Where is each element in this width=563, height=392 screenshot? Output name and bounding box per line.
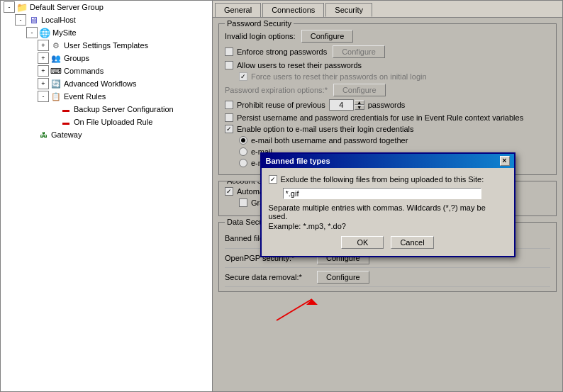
tree-item-on-file-uploaded[interactable]: ▬ On File Uploaded Rule	[1, 116, 212, 128]
modal-overlay: Banned file types × Exclude the followin…	[213, 18, 562, 391]
group-icon: 👥	[50, 52, 62, 64]
expander-workflows[interactable]: +	[38, 78, 49, 89]
file-input-row	[283, 188, 507, 199]
panel-content: Password Security Invalid login options:…	[213, 18, 562, 391]
tree-item-mysite[interactable]: - 🌐 MySite	[1, 26, 212, 39]
modal-cancel-btn[interactable]: Cancel	[391, 236, 433, 249]
help-text: Separate multiple entries with commas. W…	[269, 203, 507, 220]
tree-item-event-rules[interactable]: - 📋 Event Rules	[1, 90, 212, 103]
tab-security[interactable]: Security	[325, 3, 372, 17]
expander-groups[interactable]: +	[38, 52, 49, 64]
tab-bar: General Connections Security	[213, 1, 562, 18]
backup-icon: ▬	[60, 103, 72, 115]
expander-localhost[interactable]: -	[15, 14, 26, 26]
rules-icon: 📋	[50, 91, 62, 102]
tree-item-advanced-workflows[interactable]: + 🔄 Advanced Workflows	[1, 77, 212, 90]
tree-panel: - 📁 Default Server Group - 🖥 LocalHost -…	[0, 0, 213, 392]
tree-item-default-server-group[interactable]: - 📁 Default Server Group	[1, 1, 212, 13]
modal-checkbox-row: Exclude the following files from being u…	[269, 175, 507, 184]
modal-titlebar: Banned file types ×	[262, 154, 514, 168]
tab-general[interactable]: General	[215, 3, 261, 17]
expander-user-settings[interactable]: +	[38, 40, 49, 51]
server-icon: 🖥	[28, 14, 39, 26]
upload-icon: ▬	[60, 116, 72, 128]
modal-body: Exclude the following files from being u…	[262, 168, 514, 256]
settings-icon: ⚙	[50, 40, 62, 51]
modal-checkbox-label: Exclude the following files from being u…	[281, 175, 484, 184]
expander-event-rules[interactable]: -	[38, 91, 49, 102]
cmd-icon: ⌨	[50, 65, 62, 77]
expander-commands[interactable]: +	[38, 65, 49, 77]
folder-icon: 📁	[16, 1, 28, 13]
example-text: Example: *.mp3, *.do?	[269, 222, 507, 230]
tree-item-gateway[interactable]: 🖧 Gateway	[1, 128, 212, 141]
modal-dialog: Banned file types × Exclude the followin…	[260, 152, 515, 257]
workflow-icon: 🔄	[50, 78, 62, 89]
expander-mysite[interactable]: -	[26, 27, 38, 38]
right-panel: General Connections Security Password Se…	[213, 0, 563, 392]
file-types-input[interactable]	[283, 188, 481, 199]
gateway-icon: 🖧	[38, 129, 49, 140]
modal-close-btn[interactable]: ×	[500, 156, 510, 166]
tree-item-user-settings[interactable]: + ⚙ User Settings Templates	[1, 39, 212, 52]
modal-exclude-checkbox[interactable]	[269, 175, 277, 184]
tree-item-localhost[interactable]: - 🖥 LocalHost	[1, 13, 212, 26]
modal-ok-btn[interactable]: OK	[341, 236, 384, 249]
tab-connections[interactable]: Connections	[262, 3, 324, 17]
globe-icon: 🌐	[39, 27, 50, 38]
modal-title: Banned file types	[266, 157, 330, 165]
tree-item-groups[interactable]: + 👥 Groups	[1, 52, 212, 65]
tree-item-backup-server-config[interactable]: ▬ Backup Server Configuration	[1, 103, 212, 116]
modal-buttons: OK Cancel	[269, 236, 507, 249]
tree-item-commands[interactable]: + ⌨ Commands	[1, 65, 212, 77]
expander-default[interactable]: -	[4, 1, 15, 13]
